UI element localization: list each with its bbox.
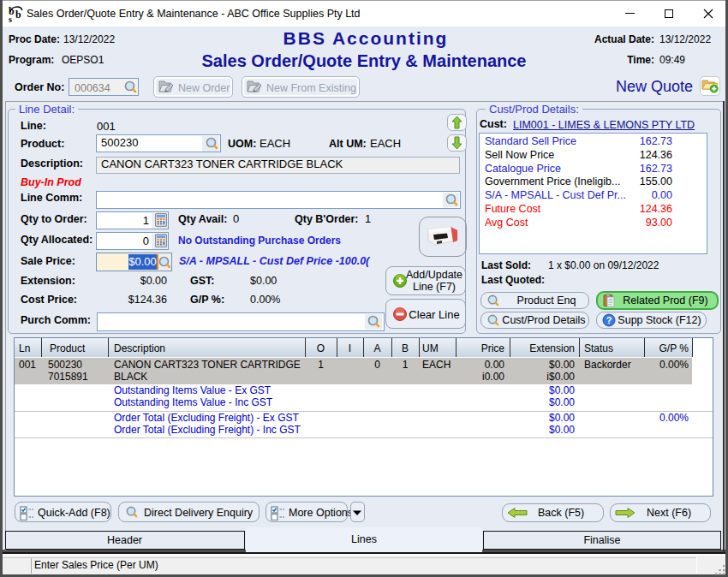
svg-text:b: b — [15, 9, 21, 21]
svg-text:s: s — [9, 15, 12, 23]
svg-text:?: ? — [606, 315, 612, 325]
